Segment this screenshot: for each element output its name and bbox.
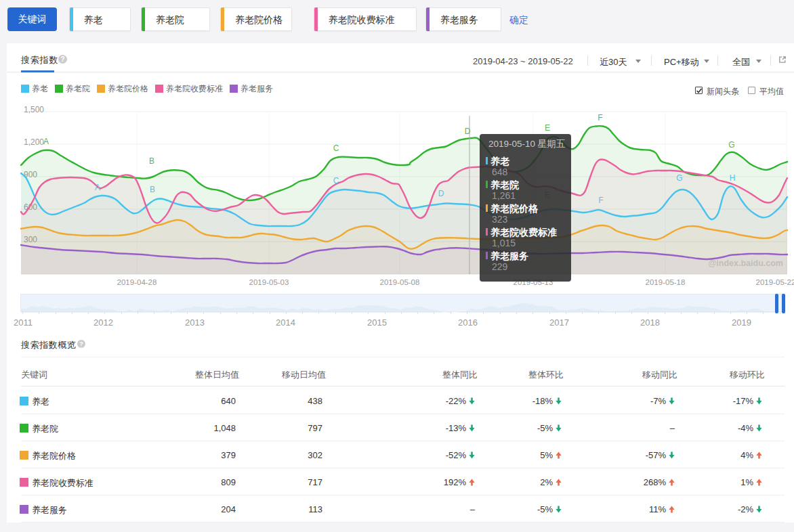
svg-text:2019-05-18: 2019-05-18 <box>646 278 686 286</box>
svg-text:2019-04-28: 2019-04-28 <box>117 278 157 286</box>
svg-text:H: H <box>730 173 736 183</box>
svg-text:A: A <box>95 183 100 192</box>
svg-text:C: C <box>333 176 339 185</box>
svg-text:2019-05-22: 2019-05-22 <box>756 278 794 286</box>
svg-text:1,500: 1,500 <box>24 105 44 114</box>
svg-text:D: D <box>465 127 471 136</box>
svg-text:A: A <box>43 137 49 146</box>
svg-text:G: G <box>728 140 734 150</box>
svg-text:2019-05-03: 2019-05-03 <box>249 278 289 286</box>
svg-text:@index.baidu.com: @index.baidu.com <box>708 259 783 268</box>
svg-text:G: G <box>676 173 682 183</box>
svg-text:B: B <box>149 156 154 166</box>
svg-text:B: B <box>150 185 155 194</box>
svg-text:2019-05-08: 2019-05-08 <box>380 278 420 286</box>
svg-text:F: F <box>598 113 602 123</box>
svg-text:F: F <box>598 196 603 205</box>
svg-text:C: C <box>333 143 339 153</box>
svg-text:1,200: 1,200 <box>24 137 44 147</box>
svg-text:D: D <box>438 189 444 198</box>
svg-text:E: E <box>545 123 550 133</box>
